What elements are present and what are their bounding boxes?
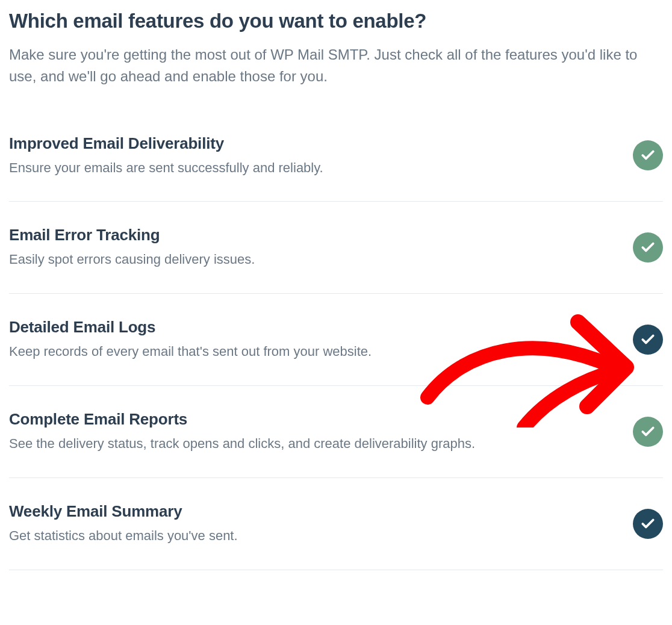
feature-text: Detailed Email Logs Keep records of ever… [9,318,633,361]
feature-row-deliverability: Improved Email Deliverability Ensure you… [9,134,663,202]
feature-desc: Keep records of every email that's sent … [9,343,633,361]
feature-title: Email Error Tracking [9,226,633,244]
feature-toggle-email-logs[interactable] [633,325,663,355]
feature-toggle-deliverability[interactable] [633,140,663,170]
check-icon [640,332,656,347]
page-title: Which email features do you want to enab… [9,9,663,33]
feature-toggle-email-reports[interactable] [633,417,663,447]
feature-title: Weekly Email Summary [9,502,633,521]
feature-text: Improved Email Deliverability Ensure you… [9,134,633,178]
feature-title: Detailed Email Logs [9,318,633,337]
feature-desc: Easily spot errors causing delivery issu… [9,250,633,269]
feature-title: Complete Email Reports [9,410,633,429]
check-icon [640,148,656,163]
feature-text: Weekly Email Summary Get statistics abou… [9,502,633,546]
feature-desc: Ensure your emails are sent successfully… [9,159,633,178]
feature-toggle-error-tracking[interactable] [633,232,663,263]
check-icon [640,424,656,440]
feature-toggle-weekly-summary[interactable] [633,509,663,539]
feature-title: Improved Email Deliverability [9,134,633,153]
feature-desc: See the delivery status, track opens and… [9,435,633,453]
feature-text: Email Error Tracking Easily spot errors … [9,226,633,269]
feature-text: Complete Email Reports See the delivery … [9,410,633,453]
page-subtitle: Make sure you're getting the most out of… [9,44,641,87]
feature-row-email-reports: Complete Email Reports See the delivery … [9,386,663,478]
feature-row-email-logs: Detailed Email Logs Keep records of ever… [9,294,663,386]
check-icon [640,240,656,255]
feature-desc: Get statistics about emails you've sent. [9,527,633,546]
check-icon [640,516,656,532]
feature-row-error-tracking: Email Error Tracking Easily spot errors … [9,202,663,294]
feature-row-weekly-summary: Weekly Email Summary Get statistics abou… [9,478,663,570]
